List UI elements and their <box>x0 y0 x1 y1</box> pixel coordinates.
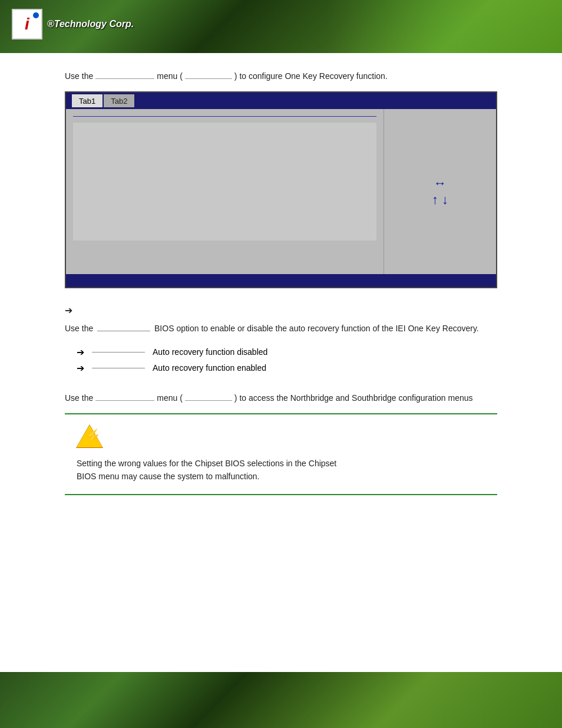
intro1-suffix: ) to configure One Key Recovery function… <box>234 71 388 81</box>
bullet1-arrow: ➔ <box>77 347 84 358</box>
section-1-text: Use the BIOS option to enable or disable… <box>65 322 497 336</box>
bullet2-arrow: ➔ <box>77 363 84 374</box>
bios-content-area <box>73 123 376 241</box>
intro2-arg-placeholder <box>185 393 232 401</box>
logo-dot <box>33 12 39 18</box>
arrow-bullet-1: ➔ <box>65 306 497 316</box>
intro1-middle: menu ( <box>157 71 183 81</box>
bios-left-panel <box>66 109 384 274</box>
bullet2-blank <box>92 368 145 368</box>
bullet-item-2: ➔ Auto recovery function enabled <box>77 363 497 374</box>
logo-box: i <box>12 9 42 39</box>
bios-title-bar: Tab1 Tab2 <box>66 93 496 109</box>
bullet1-blank <box>92 352 145 353</box>
header-logo: i ®Technology Corp. <box>12 9 134 39</box>
intro2-placeholder <box>95 393 154 401</box>
intro2-middle: menu ( <box>157 393 183 403</box>
intro-line-2: Use the menu ( ) to access the Northbrid… <box>65 393 497 403</box>
warning-text-block: Setting the wrong values for the Chipset… <box>77 457 485 483</box>
bios-tab-1[interactable]: Tab1 <box>72 94 103 107</box>
logo-letter: i <box>25 15 29 34</box>
section1-suffix: BIOS option to enable or disable the aut… <box>154 324 479 333</box>
bios-right-panel: ↔ ↑ ↓ <box>384 109 496 274</box>
bios-body: ↔ ↑ ↓ <box>66 109 496 274</box>
warning-box: ⚡ Setting the wrong values for the Chips… <box>65 413 497 495</box>
arrow-char-1: ➔ <box>65 305 72 316</box>
warning-icon: ⚡ <box>77 425 103 451</box>
warning-bolt-icon: ⚡ <box>85 429 101 444</box>
bullet1-text: Auto recovery function disabled <box>153 347 267 357</box>
section1-blank <box>97 331 150 331</box>
intro-line-1: Use the menu ( ) to configure One Key Re… <box>65 71 497 81</box>
bios-arrow-vertical: ↑ ↓ <box>432 192 448 207</box>
main-content: Use the menu ( ) to configure One Key Re… <box>0 53 562 523</box>
bullet2-text: Auto recovery function enabled <box>153 363 266 373</box>
bios-tab-2[interactable]: Tab2 <box>104 94 134 107</box>
bios-screen: Tab1 Tab2 ↔ ↑ ↓ <box>65 91 497 288</box>
footer-background <box>0 672 562 728</box>
warning-text-1: Setting the wrong values for the Chipset… <box>77 457 485 470</box>
bios-arrow-horizontal: ↔ <box>434 176 447 191</box>
bios-separator <box>73 116 376 117</box>
header-circuit-decoration <box>326 0 562 53</box>
warning-header: ⚡ <box>77 425 485 451</box>
intro1-placeholder <box>95 71 154 79</box>
intro2-suffix: ) to access the Northbridge and Southbri… <box>234 393 473 403</box>
intro1-prefix: Use the <box>65 71 93 81</box>
footer <box>0 672 562 728</box>
bios-navigation-arrows: ↔ ↑ ↓ <box>432 176 448 207</box>
warning-text-2: BIOS menu may cause the system to malfun… <box>77 470 485 483</box>
bullet-item-1: ➔ Auto recovery function disabled <box>77 347 497 358</box>
section-1: Use the BIOS option to enable or disable… <box>65 322 497 336</box>
intro1-arg-placeholder <box>185 71 232 79</box>
logo-tagline: ®Technology Corp. <box>47 19 134 29</box>
bios-bottom-bar <box>66 274 496 287</box>
intro2-prefix: Use the <box>65 393 93 403</box>
header: i ®Technology Corp. <box>0 0 562 53</box>
section1-prefix: Use the <box>65 324 93 333</box>
